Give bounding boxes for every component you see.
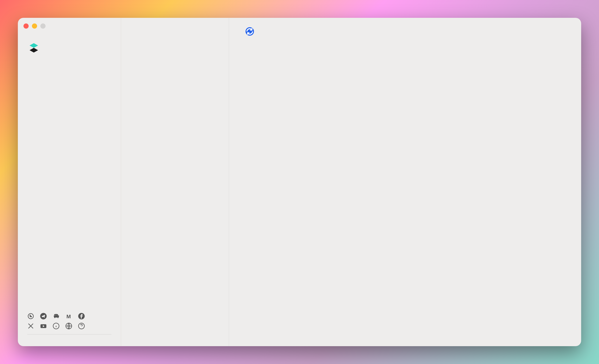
- web-icon[interactable]: [65, 322, 72, 329]
- sidebar: M: [18, 18, 121, 346]
- copyright: [18, 336, 121, 346]
- logo: [18, 34, 121, 64]
- main-content: [229, 18, 581, 346]
- window-controls: [24, 24, 45, 29]
- facebook-icon[interactable]: [78, 313, 85, 320]
- main-header: [241, 27, 569, 36]
- info-icon[interactable]: [53, 322, 60, 329]
- svg-text:M: M: [66, 313, 71, 320]
- refresh-button[interactable]: [246, 27, 254, 36]
- help-icon[interactable]: [78, 322, 85, 329]
- table-header: [241, 43, 569, 48]
- discord-icon[interactable]: [53, 313, 60, 320]
- minimize-window-button[interactable]: [32, 24, 37, 29]
- whatsapp-icon[interactable]: [27, 313, 34, 320]
- medium-icon[interactable]: M: [65, 313, 72, 320]
- telegram-icon[interactable]: [40, 313, 47, 320]
- app-window: M: [18, 18, 581, 346]
- maximize-window-button[interactable]: [40, 24, 45, 29]
- divider: [27, 334, 112, 334]
- youtube-icon[interactable]: [40, 322, 47, 329]
- sidebar-nav: [18, 64, 121, 313]
- logo-icon: [27, 41, 40, 54]
- sub-navigation: [121, 18, 229, 346]
- social-row-1: M: [18, 313, 121, 322]
- social-row-2: [18, 322, 121, 332]
- close-window-button[interactable]: [24, 24, 29, 29]
- x-twitter-icon[interactable]: [27, 322, 34, 329]
